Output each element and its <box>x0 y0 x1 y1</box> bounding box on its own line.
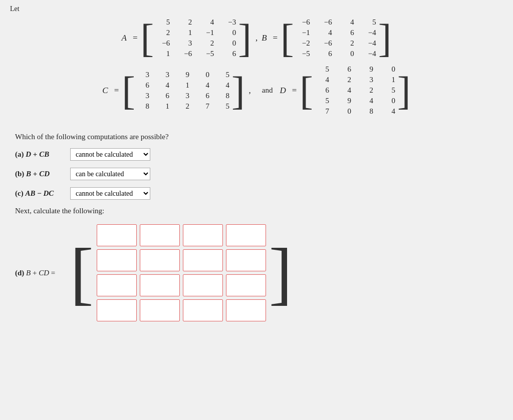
questions-section: Which of the following computations are … <box>10 133 503 200</box>
calc-row-d: (d) B + CD = [ <box>15 222 503 323</box>
eq-d: = <box>292 86 297 96</box>
bracket-left-a: [ <box>141 18 154 58</box>
comma-ab: , <box>255 33 258 43</box>
matrices-section: A = [ 524−3 21−10 −6320 1−6−56 ] , B = [… <box>10 18 503 123</box>
eq-c: = <box>114 86 119 96</box>
question-c-label: (c) AB − DC <box>15 189 70 198</box>
question-b-label: (b) B + CD <box>15 170 70 178</box>
input-r4c2[interactable] <box>140 299 180 321</box>
input-r2c3[interactable] <box>183 249 223 271</box>
question-row-c: (c) AB − DC cannot be calculated can be … <box>15 187 503 200</box>
bracket-left-b: [ <box>281 18 294 58</box>
matrix-d: [ 5690 4231 6425 5940 7084 ] <box>300 65 410 116</box>
matrix-d-grid: 5690 4231 6425 5940 7084 <box>315 65 395 116</box>
eq-b: = <box>273 33 278 43</box>
question-row-b: (b) B + CD can be calculated cannot be c… <box>15 168 503 180</box>
big-bracket-left: [ <box>70 222 94 323</box>
matrix-c-grid: 33905 64144 36368 81275 <box>137 71 229 111</box>
eq-a: = <box>133 33 138 43</box>
input-r3c3[interactable] <box>183 274 223 296</box>
matrix-d-label: D <box>280 86 286 96</box>
matrix-a-label: A <box>122 33 127 43</box>
bracket-right-b: ] <box>378 18 392 58</box>
matrix-input-grid <box>95 222 268 323</box>
input-r2c2[interactable] <box>140 249 180 271</box>
bracket-right-d: ] <box>397 65 411 116</box>
input-r3c2[interactable] <box>140 274 180 296</box>
calc-d-label: (d) B + CD = <box>15 269 70 277</box>
matrix-b: [ −6−645 −146−4 −2−62−4 −560−4 ] <box>281 18 391 58</box>
matrix-b-grid: −6−645 −146−4 −2−62−4 −560−4 <box>296 18 376 58</box>
input-r3c1[interactable] <box>97 274 137 296</box>
bracket-right-a: ] <box>238 18 251 58</box>
bracket-right-c: ] <box>231 71 245 111</box>
comma-c: , <box>249 86 251 96</box>
input-r3c4[interactable] <box>226 274 266 296</box>
input-r4c1[interactable] <box>97 299 137 321</box>
input-r1c2[interactable] <box>140 224 180 246</box>
question-a-label: (a) D + CB <box>15 150 70 159</box>
page-title: Let <box>10 5 503 13</box>
matrix-c-label: C <box>102 86 108 96</box>
matrices-row1: A = [ 524−3 21−10 −6320 1−6−56 ] , B = [… <box>122 18 392 58</box>
matrices-row2: C = [ 33905 64144 36368 81275 ] , and D … <box>102 65 410 116</box>
question-a-select[interactable]: cannot be calculated can be calculated <box>70 148 150 161</box>
and-label: and <box>262 86 273 95</box>
input-r2c1[interactable] <box>97 249 137 271</box>
input-r1c4[interactable] <box>226 224 266 246</box>
question-c-select[interactable]: cannot be calculated can be calculated <box>70 187 150 200</box>
input-r1c1[interactable] <box>97 224 137 246</box>
big-bracket-right: ] <box>269 222 293 323</box>
input-r4c4[interactable] <box>226 299 266 321</box>
matrix-a-grid: 524−3 21−10 −6320 1−6−56 <box>156 18 236 58</box>
input-r2c4[interactable] <box>226 249 266 271</box>
matrix-c: [ 33905 64144 36368 81275 ] <box>122 71 244 111</box>
matrix-a: [ 524−3 21−10 −6320 1−6−56 ] <box>141 18 251 58</box>
question-b-select[interactable]: can be calculated cannot be calculated <box>70 168 150 180</box>
bracket-left-d: [ <box>300 65 313 116</box>
matrix-b-label: B <box>262 33 267 43</box>
input-r1c3[interactable] <box>183 224 223 246</box>
next-title: Next, calculate the following: <box>15 207 503 215</box>
input-r4c3[interactable] <box>183 299 223 321</box>
question-row-a: (a) D + CB cannot be calculated can be c… <box>15 148 503 161</box>
matrix-input-wrap: [ <box>70 222 292 323</box>
next-section: Next, calculate the following: (d) B + C… <box>10 207 503 323</box>
bracket-left-c: [ <box>122 71 135 111</box>
question-title: Which of the following computations are … <box>15 133 503 141</box>
